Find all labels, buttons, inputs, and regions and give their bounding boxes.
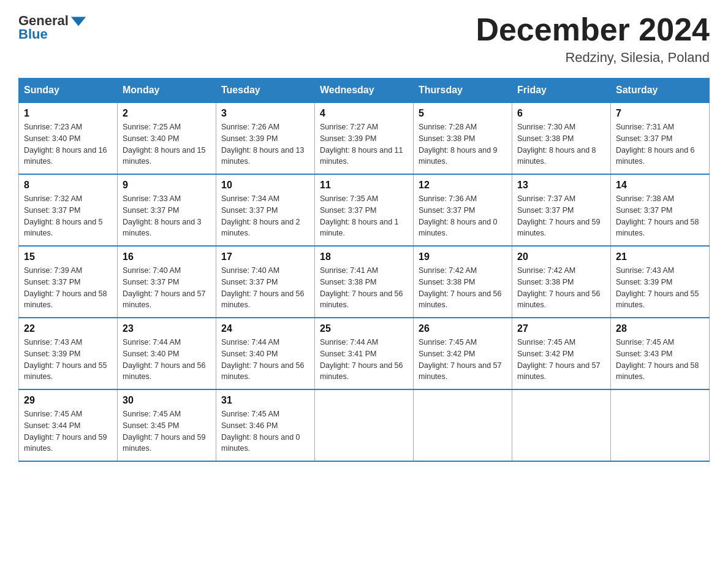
day-info: Sunrise: 7:45 AM Sunset: 3:42 PM Dayligh…	[419, 337, 507, 383]
day-number: 16	[123, 251, 211, 262]
day-info: Sunrise: 7:42 AM Sunset: 3:38 PM Dayligh…	[419, 265, 507, 311]
day-info: Sunrise: 7:35 AM Sunset: 3:37 PM Dayligh…	[320, 193, 408, 239]
day-info: Sunrise: 7:41 AM Sunset: 3:38 PM Dayligh…	[320, 265, 408, 311]
day-number: 21	[616, 251, 704, 262]
day-number: 25	[320, 323, 408, 334]
day-info: Sunrise: 7:45 AM Sunset: 3:44 PM Dayligh…	[24, 408, 112, 454]
day-info: Sunrise: 7:45 AM Sunset: 3:46 PM Dayligh…	[221, 408, 309, 454]
calendar-cell	[611, 389, 710, 461]
calendar-cell: 15 Sunrise: 7:39 AM Sunset: 3:37 PM Dayl…	[19, 246, 118, 318]
calendar-week-row: 15 Sunrise: 7:39 AM Sunset: 3:37 PM Dayl…	[19, 246, 710, 318]
day-number: 18	[320, 251, 408, 262]
logo-icon	[70, 12, 87, 29]
day-info: Sunrise: 7:34 AM Sunset: 3:37 PM Dayligh…	[221, 193, 309, 239]
day-info: Sunrise: 7:40 AM Sunset: 3:37 PM Dayligh…	[221, 265, 309, 311]
day-number: 29	[24, 395, 112, 406]
day-number: 27	[517, 323, 605, 334]
day-info: Sunrise: 7:23 AM Sunset: 3:40 PM Dayligh…	[24, 121, 112, 167]
day-info: Sunrise: 7:45 AM Sunset: 3:43 PM Dayligh…	[616, 337, 704, 383]
day-number: 24	[221, 323, 309, 334]
calendar-cell	[414, 389, 512, 461]
calendar-cell: 30 Sunrise: 7:45 AM Sunset: 3:45 PM Dayl…	[118, 389, 216, 461]
calendar-cell: 8 Sunrise: 7:32 AM Sunset: 3:37 PM Dayli…	[19, 174, 118, 246]
calendar-cell: 4 Sunrise: 7:27 AM Sunset: 3:39 PM Dayli…	[315, 102, 414, 174]
calendar-cell	[315, 389, 414, 461]
day-info: Sunrise: 7:44 AM Sunset: 3:41 PM Dayligh…	[320, 337, 408, 383]
day-number: 26	[419, 323, 507, 334]
calendar-cell: 26 Sunrise: 7:45 AM Sunset: 3:42 PM Dayl…	[414, 318, 512, 389]
day-number: 22	[24, 323, 112, 334]
day-number: 28	[616, 323, 704, 334]
calendar-cell: 5 Sunrise: 7:28 AM Sunset: 3:38 PM Dayli…	[414, 102, 512, 174]
day-number: 11	[320, 180, 408, 191]
calendar-cell: 11 Sunrise: 7:35 AM Sunset: 3:37 PM Dayl…	[315, 174, 414, 246]
column-header-sunday: Sunday	[19, 79, 118, 103]
calendar-cell: 16 Sunrise: 7:40 AM Sunset: 3:37 PM Dayl…	[118, 246, 216, 318]
day-number: 1	[24, 108, 112, 119]
day-number: 8	[24, 180, 112, 191]
calendar-cell: 2 Sunrise: 7:25 AM Sunset: 3:40 PM Dayli…	[118, 102, 216, 174]
calendar-cell: 1 Sunrise: 7:23 AM Sunset: 3:40 PM Dayli…	[19, 102, 118, 174]
calendar-cell: 21 Sunrise: 7:43 AM Sunset: 3:39 PM Dayl…	[611, 246, 710, 318]
calendar-cell: 27 Sunrise: 7:45 AM Sunset: 3:42 PM Dayl…	[512, 318, 611, 389]
day-info: Sunrise: 7:25 AM Sunset: 3:40 PM Dayligh…	[123, 121, 211, 167]
calendar-cell: 18 Sunrise: 7:41 AM Sunset: 3:38 PM Dayl…	[315, 246, 414, 318]
day-info: Sunrise: 7:26 AM Sunset: 3:39 PM Dayligh…	[221, 121, 309, 167]
day-info: Sunrise: 7:38 AM Sunset: 3:37 PM Dayligh…	[616, 193, 704, 239]
column-header-thursday: Thursday	[414, 79, 512, 103]
logo-blue-text: Blue	[18, 27, 48, 42]
calendar-cell: 3 Sunrise: 7:26 AM Sunset: 3:39 PM Dayli…	[216, 102, 315, 174]
day-number: 4	[320, 108, 408, 119]
calendar-cell: 7 Sunrise: 7:31 AM Sunset: 3:37 PM Dayli…	[611, 102, 710, 174]
day-number: 20	[517, 251, 605, 262]
day-info: Sunrise: 7:44 AM Sunset: 3:40 PM Dayligh…	[221, 337, 309, 383]
day-number: 13	[517, 180, 605, 191]
title-section: December 2024 Redziny, Silesia, Poland	[476, 12, 710, 66]
day-info: Sunrise: 7:37 AM Sunset: 3:37 PM Dayligh…	[517, 193, 605, 239]
calendar-cell: 23 Sunrise: 7:44 AM Sunset: 3:40 PM Dayl…	[118, 318, 216, 389]
day-number: 6	[517, 108, 605, 119]
day-info: Sunrise: 7:40 AM Sunset: 3:37 PM Dayligh…	[123, 265, 211, 311]
calendar-cell: 24 Sunrise: 7:44 AM Sunset: 3:40 PM Dayl…	[216, 318, 315, 389]
day-number: 7	[616, 108, 704, 119]
day-number: 30	[123, 395, 211, 406]
calendar-cell: 31 Sunrise: 7:45 AM Sunset: 3:46 PM Dayl…	[216, 389, 315, 461]
calendar-cell: 6 Sunrise: 7:30 AM Sunset: 3:38 PM Dayli…	[512, 102, 611, 174]
calendar-cell: 17 Sunrise: 7:40 AM Sunset: 3:37 PM Dayl…	[216, 246, 315, 318]
day-info: Sunrise: 7:43 AM Sunset: 3:39 PM Dayligh…	[616, 265, 704, 311]
column-header-friday: Friday	[512, 79, 611, 103]
day-number: 19	[419, 251, 507, 262]
column-header-tuesday: Tuesday	[216, 79, 315, 103]
calendar-cell: 28 Sunrise: 7:45 AM Sunset: 3:43 PM Dayl…	[611, 318, 710, 389]
day-info: Sunrise: 7:42 AM Sunset: 3:38 PM Dayligh…	[517, 265, 605, 311]
day-number: 23	[123, 323, 211, 334]
logo: General Blue	[18, 12, 87, 42]
calendar-cell: 14 Sunrise: 7:38 AM Sunset: 3:37 PM Dayl…	[611, 174, 710, 246]
day-info: Sunrise: 7:30 AM Sunset: 3:38 PM Dayligh…	[517, 121, 605, 167]
day-info: Sunrise: 7:32 AM Sunset: 3:37 PM Dayligh…	[24, 193, 112, 239]
day-number: 14	[616, 180, 704, 191]
calendar-cell: 29 Sunrise: 7:45 AM Sunset: 3:44 PM Dayl…	[19, 389, 118, 461]
calendar-cell	[512, 389, 611, 461]
calendar-cell: 10 Sunrise: 7:34 AM Sunset: 3:37 PM Dayl…	[216, 174, 315, 246]
calendar-header-row: SundayMondayTuesdayWednesdayThursdayFrid…	[19, 79, 710, 103]
day-number: 5	[419, 108, 507, 119]
day-info: Sunrise: 7:31 AM Sunset: 3:37 PM Dayligh…	[616, 121, 704, 167]
svg-marker-0	[71, 17, 86, 26]
calendar-week-row: 22 Sunrise: 7:43 AM Sunset: 3:39 PM Dayl…	[19, 318, 710, 389]
day-info: Sunrise: 7:45 AM Sunset: 3:45 PM Dayligh…	[123, 408, 211, 454]
day-info: Sunrise: 7:33 AM Sunset: 3:37 PM Dayligh…	[123, 193, 211, 239]
calendar-week-row: 1 Sunrise: 7:23 AM Sunset: 3:40 PM Dayli…	[19, 102, 710, 174]
day-info: Sunrise: 7:36 AM Sunset: 3:37 PM Dayligh…	[419, 193, 507, 239]
day-info: Sunrise: 7:45 AM Sunset: 3:42 PM Dayligh…	[517, 337, 605, 383]
day-info: Sunrise: 7:43 AM Sunset: 3:39 PM Dayligh…	[24, 337, 112, 383]
day-number: 15	[24, 251, 112, 262]
calendar-cell: 19 Sunrise: 7:42 AM Sunset: 3:38 PM Dayl…	[414, 246, 512, 318]
calendar-cell: 12 Sunrise: 7:36 AM Sunset: 3:37 PM Dayl…	[414, 174, 512, 246]
column-header-wednesday: Wednesday	[315, 79, 414, 103]
day-info: Sunrise: 7:28 AM Sunset: 3:38 PM Dayligh…	[419, 121, 507, 167]
location-subtitle: Redziny, Silesia, Poland	[476, 50, 710, 66]
calendar-cell: 20 Sunrise: 7:42 AM Sunset: 3:38 PM Dayl…	[512, 246, 611, 318]
calendar-cell: 13 Sunrise: 7:37 AM Sunset: 3:37 PM Dayl…	[512, 174, 611, 246]
day-number: 31	[221, 395, 309, 406]
